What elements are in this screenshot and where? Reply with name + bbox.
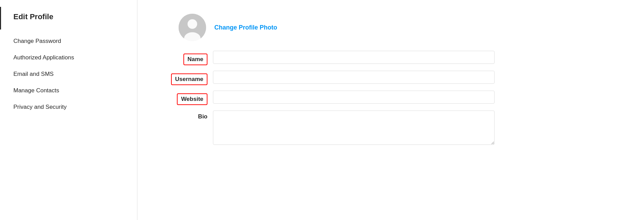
bio-row: Bio — [158, 111, 623, 145]
sidebar-item-manage-contacts[interactable]: Manage Contacts — [0, 82, 137, 99]
name-row: Name — [158, 51, 623, 65]
username-label: Username — [171, 73, 207, 85]
profile-photo-row: Change Profile Photo — [179, 14, 623, 41]
sidebar-item-change-password[interactable]: Change Password — [0, 33, 137, 49]
bio-label-wrapper: Bio — [158, 111, 213, 120]
sidebar-item-email-and-sms[interactable]: Email and SMS — [0, 66, 137, 82]
bio-label: Bio — [198, 113, 207, 120]
bio-input[interactable] — [213, 111, 495, 145]
change-photo-link[interactable]: Change Profile Photo — [214, 24, 277, 31]
user-avatar-icon — [179, 14, 206, 41]
username-label-wrapper: Username — [158, 71, 213, 85]
sidebar-item-authorized-applications[interactable]: Authorized Applications — [0, 49, 137, 66]
main-content: Change Profile Photo Name Username Websi… — [137, 0, 644, 220]
svg-point-1 — [188, 19, 197, 29]
name-label-wrapper: Name — [158, 51, 213, 65]
sidebar: Edit Profile Change Password Authorized … — [0, 0, 137, 220]
name-label: Name — [183, 54, 207, 65]
website-label-wrapper: Website — [158, 91, 213, 105]
username-row: Username — [158, 71, 623, 85]
username-input[interactable] — [213, 71, 495, 84]
website-label: Website — [177, 93, 207, 105]
website-input[interactable] — [213, 91, 495, 104]
avatar — [179, 14, 206, 41]
name-input[interactable] — [213, 51, 495, 64]
sidebar-title: Edit Profile — [0, 7, 137, 30]
sidebar-item-privacy-and-security[interactable]: Privacy and Security — [0, 99, 137, 115]
website-row: Website — [158, 91, 623, 105]
